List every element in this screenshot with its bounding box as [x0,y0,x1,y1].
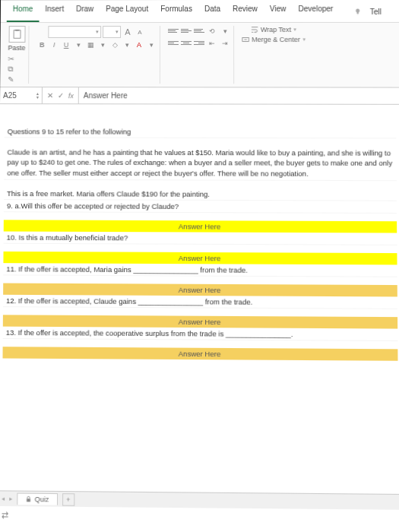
chevron-down-icon[interactable]: ▾ [97,40,108,50]
orientation-button[interactable]: ⟲ [207,26,217,36]
fill-color-button[interactable]: ◇ [109,40,120,50]
font-size-dropdown[interactable] [103,26,121,38]
paste-button[interactable]: Paste [8,26,25,52]
wrap-text-button[interactable]: Wrap Text ▾ [251,26,296,33]
merge-icon [242,36,249,43]
sheet-nav-prev[interactable]: ◂ [2,496,5,502]
cell-text[interactable]: Claude is an artist, and he has a painti… [4,145,396,181]
spinner-icon[interactable]: ▴▾ [36,92,39,100]
confirm-icon[interactable]: ✓ [58,91,64,100]
sheet-nav-next[interactable]: ▸ [9,496,12,502]
svg-rect-3 [27,499,30,502]
ribbon: Paste ✂ ⧉ ✎ A A B I U ▾ ▦ ▾ ◇ [0,23,399,88]
align-left-button[interactable] [168,38,179,47]
decrease-font-icon[interactable]: A [135,27,145,37]
cancel-icon[interactable]: ✕ [47,91,53,100]
chevron-down-icon[interactable]: ▾ [122,40,132,50]
formula-input[interactable]: Answer Here [79,87,399,104]
underline-button[interactable]: U [61,40,71,50]
tab-view[interactable]: View [264,2,293,22]
clipboard-icon [8,26,25,43]
add-sheet-button[interactable]: + [62,493,74,506]
tab-insert[interactable]: Insert [39,2,70,22]
wrap-text-icon [251,26,258,33]
sheet-tab-quiz[interactable]: Quiz [17,493,57,505]
italic-button[interactable]: I [49,40,59,50]
align-right-button[interactable] [194,38,204,47]
chevron-down-icon[interactable]: ▾ [73,40,84,50]
font-color-button[interactable]: A [134,40,144,50]
format-painter-icon[interactable]: ✎ [8,75,14,84]
cell-text[interactable]: 9. a.Will this offer be accepted or reje… [4,200,397,214]
border-button[interactable]: ▦ [85,40,96,50]
svg-rect-0 [14,30,21,38]
align-bottom-button[interactable] [194,26,204,35]
tab-review[interactable]: Review [226,2,264,22]
bold-button[interactable]: B [36,40,47,50]
chevron-down-icon[interactable]: ▾ [146,40,157,50]
fx-button[interactable]: fx [68,92,74,100]
copy-icon[interactable]: ⧉ [8,65,14,74]
name-box[interactable]: A25 ▴▾ [0,87,43,103]
decrease-indent-button[interactable]: ⇤ [207,38,217,49]
lightbulb-icon [354,8,362,15]
align-top-button[interactable] [168,26,179,35]
tab-draw[interactable]: Draw [70,2,100,22]
increase-font-icon[interactable]: A [122,27,133,37]
align-center-button[interactable] [181,38,192,47]
tab-data[interactable]: Data [198,2,226,22]
tab-home[interactable]: Home [7,2,40,22]
font-family-dropdown[interactable] [48,26,101,38]
answer-cell[interactable]: Answer Here [2,347,397,361]
cell-text[interactable]: This is a free market. Maria offers Clau… [4,188,397,201]
tab-page-layout[interactable]: Page Layout [100,2,154,22]
formula-bar: A25 ▴▾ ✕ ✓ fx Answer Here [0,87,399,105]
worksheet[interactable]: Questions 9 to 15 refer to the following… [0,104,399,532]
cell-text[interactable]: Questions 9 to 15 refer to the following [5,125,397,138]
status-icon[interactable]: ⇄ [2,510,8,521]
cut-icon[interactable]: ✂ [8,55,14,63]
svg-rect-1 [14,30,18,31]
tab-formulas[interactable]: Formulas [154,2,198,22]
ribbon-tabs: Home Insert Draw Page Layout Formulas Da… [1,0,399,23]
align-middle-button[interactable] [181,26,192,35]
lock-icon [25,496,31,502]
chevron-down-icon[interactable]: ▾ [220,26,230,36]
merge-center-button[interactable]: Merge & Center ▾ [242,36,306,43]
tell-me[interactable]: Tell [348,2,394,22]
tab-developer[interactable]: Developer [293,2,340,22]
increase-indent-button[interactable]: ⇥ [220,38,230,49]
